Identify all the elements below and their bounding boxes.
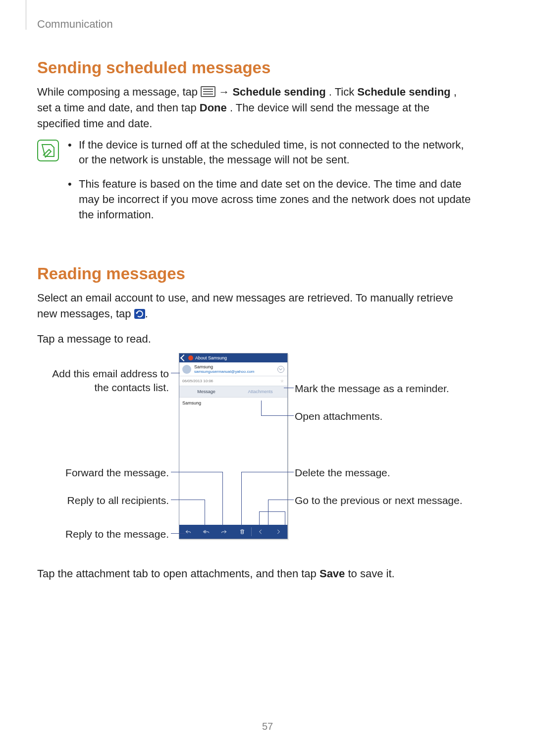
date-row: 06/05/2013 10:06 ★ xyxy=(179,376,287,386)
reply-all-icon xyxy=(197,525,215,539)
heading-sending: Sending scheduled messages xyxy=(37,58,473,77)
callout-add-contact: Add this email address to the contacts l… xyxy=(37,367,169,394)
reading-p3: Tap the attachment tab to open attachmen… xyxy=(37,566,473,582)
header-rule xyxy=(26,0,26,30)
phone-bottom-bar xyxy=(179,525,287,539)
mail-dot-icon xyxy=(188,355,193,360)
callout-reply-all: Reply to all recipients. xyxy=(37,494,169,507)
star-icon: ★ xyxy=(280,378,284,384)
text: → xyxy=(218,86,232,98)
text: Tap the attachment tab to open attachmen… xyxy=(37,567,320,580)
expand-icon xyxy=(277,366,284,373)
text: . Tick xyxy=(329,86,357,98)
note-item: This feature is based on the time and da… xyxy=(68,177,473,222)
phone-titlebar: About Samsung xyxy=(179,353,287,362)
bold-text: Save xyxy=(320,567,345,580)
prev-icon xyxy=(252,525,269,539)
message-date: 06/05/2013 10:06 xyxy=(182,379,213,383)
note-list: If the device is turned off at the sched… xyxy=(68,138,473,232)
text: Select an email account to use, and new … xyxy=(37,292,453,320)
message-body: Samsung xyxy=(179,398,287,521)
note-icon xyxy=(37,140,59,161)
forward-icon xyxy=(215,525,233,539)
heading-reading: Reading messages xyxy=(37,264,473,283)
back-icon xyxy=(180,354,187,361)
refresh-icon xyxy=(134,309,145,319)
callout-reminder: Mark the message as a reminder. xyxy=(295,382,473,395)
delete-icon xyxy=(233,525,251,539)
bold-text: Schedule sending xyxy=(357,86,450,98)
avatar xyxy=(182,365,191,374)
text: to save it. xyxy=(348,567,394,580)
callout-attachments: Open attachments. xyxy=(295,409,473,423)
callout-navigate: Go to the previous or next message. xyxy=(295,494,473,507)
text: While composing a message, tap xyxy=(37,86,201,98)
text: . xyxy=(145,307,148,320)
next-icon xyxy=(269,525,287,539)
reading-p2: Tap a message to read. xyxy=(37,331,473,347)
sending-paragraph: While composing a message, tap → Schedul… xyxy=(37,84,473,132)
sender-row: Samsung samsungusermanual@yahoo.com xyxy=(179,362,287,376)
tab-message: Message xyxy=(179,386,233,397)
breadcrumb: Communication xyxy=(37,18,473,31)
tabs: Message Attachments xyxy=(179,386,287,398)
phone-title: About Samsung xyxy=(195,355,227,360)
note-item: If the device is turned off at the sched… xyxy=(68,138,473,168)
sender-email: samsungusermanual@yahoo.com xyxy=(194,369,255,374)
bold-text: Done xyxy=(200,101,227,114)
callout-reply: Reply to the message. xyxy=(37,527,169,541)
page-number: 57 xyxy=(0,721,535,732)
tab-attachments: Attachments xyxy=(233,386,287,397)
bold-text: Schedule sending xyxy=(232,86,325,98)
reading-figure: About Samsung Samsung samsungusermanual@… xyxy=(37,353,473,551)
callout-delete: Delete the message. xyxy=(295,466,473,479)
reading-p1: Select an email account to use, and new … xyxy=(37,290,473,322)
reply-icon xyxy=(179,525,197,539)
sender-name: Samsung xyxy=(194,364,255,369)
menu-icon xyxy=(201,86,215,97)
callout-forward: Forward the message. xyxy=(37,466,169,479)
